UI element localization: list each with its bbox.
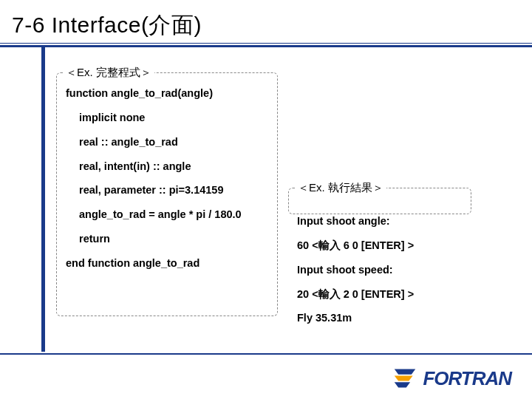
logo-text: FORTRAN — [423, 367, 511, 390]
code-line: real, parameter :: pi=3.14159 — [66, 183, 270, 197]
code-box-legend: ＜Ex. 完整程式＞ — [63, 66, 154, 80]
slide-title: 7-6 Interface(介面) — [12, 10, 532, 41]
code-example-box: ＜Ex. 完整程式＞ function angle_to_rad(angle) … — [56, 72, 278, 316]
result-example-box: ＜Ex. 執行結果＞ — [288, 188, 471, 214]
fortran-logo: FORTRAN — [392, 366, 511, 390]
code-line: end function angle_to_rad — [66, 256, 270, 270]
logo-mark-icon — [392, 366, 418, 390]
result-line: 20 <輸入 2 0 [ENTER] > — [297, 287, 414, 301]
vertical-accent-line — [41, 47, 45, 352]
code-line: real, intent(in) :: angle — [66, 160, 270, 174]
code-line: angle_to_rad = angle * pi / 180.0 — [66, 208, 270, 222]
title-area: 7-6 Interface(介面) — [0, 0, 532, 41]
code-content: function angle_to_rad(angle) implicit no… — [57, 73, 277, 288]
result-line: 60 <輸入 6 0 [ENTER] > — [297, 239, 414, 253]
result-line: Fly 35.31m — [297, 311, 414, 325]
title-underline — [0, 43, 532, 47]
result-line: Input shoot angle: — [297, 214, 414, 228]
code-line: return — [66, 232, 270, 246]
slide: 7-6 Interface(介面) ＜Ex. 完整程式＞ function an… — [0, 0, 532, 399]
code-line: real :: angle_to_rad — [66, 135, 270, 149]
result-box-legend: ＜Ex. 執行結果＞ — [295, 181, 386, 195]
code-line: function angle_to_rad(angle) — [66, 86, 270, 100]
code-line: implicit none — [66, 111, 270, 125]
footer-line — [0, 353, 532, 355]
result-content: Input shoot angle: 60 <輸入 6 0 [ENTER] > … — [297, 214, 414, 335]
result-line: Input shoot speed: — [297, 263, 414, 277]
